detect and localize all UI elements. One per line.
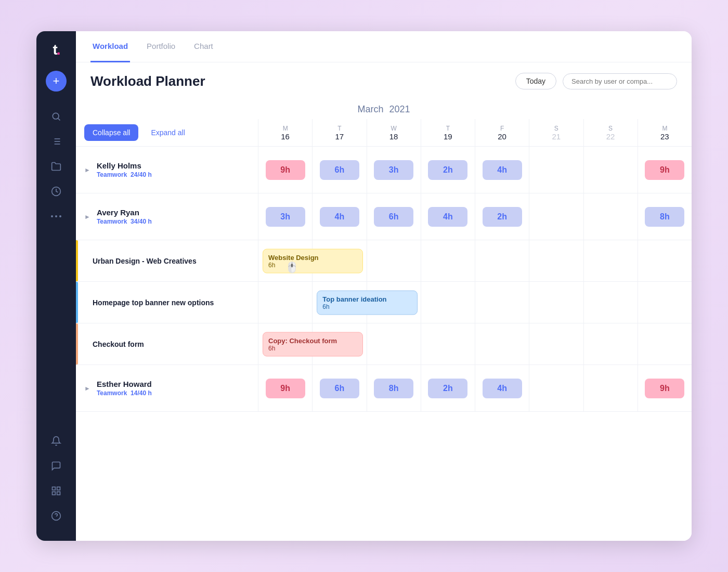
- esther-hour-4: 4h: [483, 379, 522, 398]
- row-avery: ► Avery Ryan Teamwork 34/40 h 3h: [76, 193, 692, 240]
- main-content: Workload Portfolio Chart Workload Planne…: [76, 31, 692, 541]
- urban-task-hours: 6h: [268, 261, 357, 268]
- svg-point-11: [59, 215, 61, 217]
- homepage-task-label: Top banner ideation: [322, 295, 411, 303]
- row-avery-info: Avery Ryan Teamwork 34/40 h: [97, 208, 250, 225]
- row-esther-left: ► Esther Howard Teamwork 14/40 h: [76, 365, 258, 411]
- avery-hour-7: 8h: [645, 207, 684, 227]
- page-title: Workload Planner: [90, 73, 515, 89]
- day-number-1: 17: [335, 132, 344, 141]
- row-homepage-left: Homepage top banner new options: [76, 282, 258, 323]
- row-homepage-cell-6: [583, 282, 638, 323]
- row-kelly-cell-6: [583, 147, 638, 193]
- folder-icon[interactable]: [46, 156, 67, 177]
- row-checkout-cell-2: [367, 323, 421, 365]
- svg-rect-12: [53, 487, 56, 490]
- urban-border: [76, 240, 78, 281]
- row-avery-cell-4: 2h: [475, 193, 529, 240]
- bell-icon[interactable]: [46, 431, 67, 451]
- row-urban: Urban Design - Web Creatives Website Des…: [76, 240, 692, 282]
- row-checkout: Checkout form Copy: Checkout form 6h: [76, 323, 692, 365]
- expand-all-button[interactable]: Expand all: [142, 124, 193, 141]
- month-name: March: [357, 104, 383, 114]
- svg-point-10: [55, 215, 57, 217]
- row-kelly-cell-2: 3h: [367, 147, 421, 193]
- app-logo: t.: [53, 42, 59, 58]
- esther-hour-1: 6h: [320, 379, 359, 398]
- svg-rect-15: [53, 492, 56, 495]
- calendar-section: March 2021 Collapse all Expand all M 16: [76, 98, 692, 541]
- row-esther-cell-2: 8h: [367, 365, 421, 411]
- checkout-task-card[interactable]: Copy: Checkout form 6h: [263, 332, 363, 356]
- day-letter-4: F: [500, 125, 504, 132]
- row-urban-info: Urban Design - Web Creatives: [93, 257, 250, 265]
- today-button[interactable]: Today: [515, 73, 556, 89]
- row-homepage-cell-5: [529, 282, 583, 323]
- search-icon[interactable]: [46, 106, 67, 127]
- row-esther-cell-0: 9h: [258, 365, 312, 411]
- day-letter-5: S: [554, 125, 558, 132]
- tab-workload[interactable]: Workload: [90, 31, 130, 62]
- homepage-border: [76, 282, 78, 323]
- row-urban-cell-7: [638, 240, 692, 281]
- row-checkout-left: Checkout form: [76, 323, 258, 365]
- row-kelly-cell-1: 6h: [312, 147, 366, 193]
- day-col-2: W 18: [367, 119, 421, 146]
- day-letter-2: W: [391, 125, 396, 132]
- day-number-0: 16: [281, 132, 290, 141]
- esther-hour-2: 8h: [374, 379, 413, 398]
- app-shell: t. + Workloa: [36, 31, 692, 541]
- row-avery-cell-3: 4h: [421, 193, 475, 240]
- tab-portfolio[interactable]: Portfolio: [145, 31, 177, 62]
- row-avery-cell-6: [583, 193, 638, 240]
- row-avery-chevron[interactable]: ►: [84, 213, 90, 220]
- row-avery-sub: Teamwork 34/40 h: [97, 218, 250, 225]
- chat-icon[interactable]: [46, 456, 67, 476]
- row-esther-chevron[interactable]: ►: [84, 385, 90, 392]
- row-checkout-cell-4: [475, 323, 529, 365]
- row-urban-cell-5: [529, 240, 583, 281]
- svg-point-0: [53, 113, 59, 119]
- checkout-task-hours: 6h: [268, 344, 357, 352]
- day-letter-6: S: [608, 125, 613, 132]
- row-kelly-cell-0: 9h: [258, 147, 312, 193]
- row-kelly-cell-5: [529, 147, 583, 193]
- day-col-3: T 19: [421, 119, 475, 146]
- kelly-hour-4: 4h: [483, 160, 522, 180]
- add-button[interactable]: +: [46, 71, 67, 92]
- row-checkout-cell-7: [638, 323, 692, 365]
- grid-icon[interactable]: [46, 480, 67, 501]
- row-kelly-chevron[interactable]: ►: [84, 166, 90, 174]
- row-urban-cell-6: [583, 240, 638, 281]
- row-checkout-name: Checkout form: [93, 340, 250, 348]
- row-esther-cell-7: 9h: [638, 365, 692, 411]
- list-icon[interactable]: [46, 131, 67, 152]
- day-number-3: 19: [444, 132, 452, 141]
- row-avery-name: Avery Ryan: [97, 208, 250, 217]
- svg-rect-13: [57, 487, 60, 490]
- row-avery-left: ► Avery Ryan Teamwork 34/40 h: [76, 193, 258, 240]
- row-avery-cell-0: 3h: [258, 193, 312, 240]
- kelly-hour-7: 9h: [645, 160, 684, 180]
- day-letter-7: M: [662, 125, 667, 132]
- row-homepage: Homepage top banner new options Top bann…: [76, 282, 692, 323]
- tab-chart[interactable]: Chart: [192, 31, 215, 62]
- row-avery-cell-7: 8h: [638, 193, 692, 240]
- search-input[interactable]: [563, 73, 677, 89]
- day-letter-0: M: [283, 125, 288, 132]
- kelly-hour-0: 9h: [266, 160, 305, 180]
- row-checkout-cell-0: Copy: Checkout form 6h: [258, 323, 312, 365]
- more-icon[interactable]: [46, 206, 67, 227]
- clock-icon[interactable]: [46, 181, 67, 202]
- row-avery-cell-2: 6h: [367, 193, 421, 240]
- help-icon[interactable]: [46, 505, 67, 526]
- row-urban-cell-3: [421, 240, 475, 281]
- row-kelly-sub: Teamwork 24/40 h: [97, 171, 250, 178]
- row-urban-cell-2: [367, 240, 421, 281]
- collapse-all-button[interactable]: Collapse all: [84, 124, 138, 141]
- row-homepage-cell-4: [475, 282, 529, 323]
- urban-task-card[interactable]: Website Design 6h: [263, 249, 363, 273]
- row-kelly-cell-3: 2h: [421, 147, 475, 193]
- homepage-task-card[interactable]: Top banner ideation 6h: [317, 290, 417, 315]
- row-avery-cell-5: [529, 193, 583, 240]
